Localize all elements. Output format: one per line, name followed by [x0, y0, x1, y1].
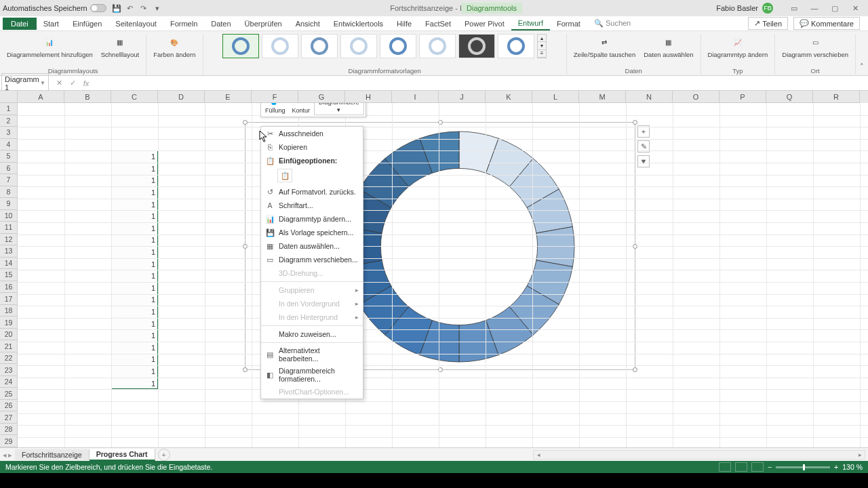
chart-style-7[interactable]	[458, 34, 495, 58]
row-header[interactable]: 15	[0, 269, 18, 281]
select-data-button[interactable]: ▦Daten auswählen	[641, 34, 696, 60]
tab-data[interactable]: Daten	[204, 18, 237, 30]
switch-row-col-button[interactable]: ⇄Zeile/Spalte tauschen	[571, 34, 638, 60]
col-header[interactable]: J	[439, 91, 486, 103]
autosave-toggle[interactable]	[90, 4, 106, 12]
fill-button[interactable]: 🪣Füllung	[262, 103, 288, 115]
share-button[interactable]: ↗ Teilen	[748, 17, 788, 30]
chart-style-2[interactable]	[262, 34, 298, 58]
row-header[interactable]: 3	[0, 127, 18, 139]
view-pagebreak-button[interactable]	[751, 462, 764, 472]
name-box[interactable]: Diagramm 1▼	[1, 73, 49, 94]
minimize-button[interactable]: —	[804, 1, 825, 15]
tab-pagelayout[interactable]: Seitenlayout	[108, 18, 163, 30]
cell[interactable]: 1	[111, 246, 158, 258]
ctx-cut[interactable]: ✂Ausschneiden	[261, 127, 363, 140]
tab-file[interactable]: Datei	[3, 18, 37, 30]
sheet-nav-next[interactable]: ▸	[8, 451, 12, 459]
collapse-ribbon-icon[interactable]: ˄	[856, 61, 868, 73]
cell[interactable]: 1	[111, 199, 158, 211]
tab-format[interactable]: Format	[550, 18, 587, 30]
ctx-change-chart-type[interactable]: 📊Diagrammtyp ändern...	[261, 212, 363, 226]
row-header[interactable]: 27	[0, 411, 18, 424]
zoom-slider[interactable]	[776, 466, 830, 468]
row-header[interactable]: 24	[0, 376, 18, 388]
row-header[interactable]: 23	[0, 364, 18, 376]
col-header[interactable]: C	[111, 91, 158, 103]
style-gallery-scroll[interactable]: ▴▾≡	[537, 34, 547, 58]
cell[interactable]: 1	[111, 294, 158, 306]
ctx-save-template[interactable]: 💾Als Vorlage speichern...	[261, 226, 363, 239]
tab-start[interactable]: Start	[37, 18, 66, 30]
tab-powerpivot[interactable]: Power Pivot	[458, 18, 511, 30]
tab-design[interactable]: Entwurf	[511, 17, 550, 30]
chart-style-4[interactable]	[340, 34, 377, 58]
row-header[interactable]: 4	[0, 139, 18, 151]
cell[interactable]: 1	[111, 163, 158, 175]
add-chart-element-button[interactable]: 📊Diagrammelement hinzufügen	[4, 34, 96, 60]
sheet-nav-prev[interactable]: ◂	[3, 451, 7, 459]
col-header[interactable]: P	[719, 91, 766, 103]
cell[interactable]: 1	[111, 222, 158, 235]
cell[interactable]: 1	[111, 258, 158, 270]
select-all-corner[interactable]	[0, 91, 18, 103]
save-icon[interactable]: 💾	[112, 3, 121, 13]
zoom-in-button[interactable]: +	[834, 463, 838, 471]
resize-handle-se[interactable]	[633, 367, 637, 372]
undo-icon[interactable]: ↶	[125, 3, 135, 13]
comments-button[interactable]: 💬 Kommentare	[793, 17, 860, 30]
row-header[interactable]: 12	[0, 234, 18, 246]
row-header[interactable]: 22	[0, 352, 18, 365]
row-header[interactable]: 21	[0, 340, 18, 352]
row-header[interactable]: 5	[0, 150, 18, 163]
redo-icon[interactable]: ↷	[139, 3, 149, 13]
col-header[interactable]: O	[673, 91, 719, 103]
zoom-level[interactable]: 130 %	[842, 463, 863, 471]
ctx-paste-default[interactable]: 📋	[277, 169, 292, 182]
cell[interactable]: 1	[111, 150, 158, 163]
tab-view[interactable]: Ansicht	[289, 18, 327, 30]
row-header[interactable]: 2	[0, 115, 18, 127]
sheet-tab-1[interactable]: Fortschrittsanzeige	[15, 449, 90, 460]
confirm-formula-icon[interactable]: ✓	[66, 77, 79, 89]
view-pagelayout-button[interactable]	[735, 462, 747, 472]
ctx-select-data[interactable]: ▦Daten auswählen...	[261, 239, 363, 253]
col-header[interactable]: G	[298, 91, 345, 103]
col-header[interactable]: K	[486, 91, 532, 103]
search-label[interactable]: 🔍 Suchen	[587, 17, 637, 30]
formula-input[interactable]	[95, 82, 868, 85]
ctx-move-chart[interactable]: ▭Diagramm verschieben...	[261, 253, 363, 266]
row-header[interactable]: 25	[0, 388, 18, 400]
chart-style-5[interactable]	[380, 34, 416, 58]
chart-area-dropdown[interactable]: Diagrammbere ▾	[314, 103, 364, 115]
ctx-alt-text[interactable]: ▤Alternativtext bearbeiten...	[261, 344, 363, 365]
col-header[interactable]: H	[345, 91, 392, 103]
cell[interactable]: 1	[111, 235, 158, 247]
view-normal-button[interactable]	[719, 462, 731, 472]
col-header[interactable]: N	[626, 91, 673, 103]
cell[interactable]: 1	[111, 175, 158, 187]
row-header[interactable]: 29	[0, 435, 18, 447]
col-header[interactable]: M	[579, 91, 626, 103]
quick-layout-button[interactable]: ▦Schnelllayout	[98, 34, 142, 60]
row-header[interactable]: 14	[0, 258, 18, 270]
cell[interactable]: 1	[111, 354, 158, 366]
close-button[interactable]: ✕	[845, 1, 865, 15]
resize-handle-nw[interactable]	[243, 120, 248, 125]
col-header[interactable]: A	[18, 91, 64, 103]
add-sheet-button[interactable]: +	[158, 449, 170, 461]
row-header[interactable]: 20	[0, 329, 18, 341]
row-header[interactable]: 16	[0, 281, 18, 293]
row-header[interactable]: 13	[0, 245, 18, 258]
chart-filters-button[interactable]: ▼	[637, 155, 650, 167]
cell[interactable]: 1	[111, 186, 158, 199]
col-header[interactable]: E	[205, 91, 252, 103]
change-colors-button[interactable]: 🎨Farben ändern	[151, 34, 198, 60]
tab-review[interactable]: Überprüfen	[238, 18, 289, 30]
chart-style-6[interactable]	[419, 34, 456, 58]
ctx-font[interactable]: ASchriftart...	[261, 199, 363, 212]
row-header[interactable]: 6	[0, 163, 18, 175]
move-chart-button[interactable]: ▭Diagramm verschieben	[779, 34, 851, 60]
col-header[interactable]: Q	[766, 91, 813, 103]
qat-customize-icon[interactable]: ▾	[153, 3, 162, 13]
